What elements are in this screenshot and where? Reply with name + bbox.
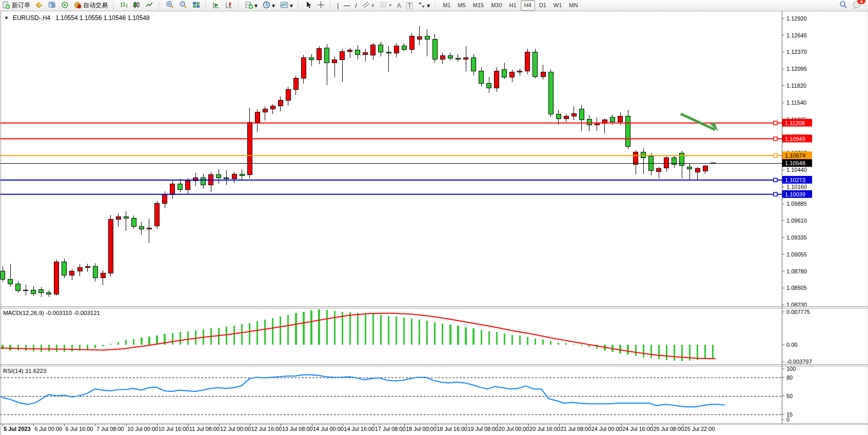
candle-body <box>163 195 167 204</box>
gold-icon <box>35 1 43 10</box>
text-icon: A <box>397 3 401 9</box>
timeframe-m30[interactable]: M30 <box>488 1 505 10</box>
channel-icon <box>362 1 370 10</box>
time-tick-label: 24 Jul 16:00 <box>622 426 653 432</box>
crosshair-icon <box>317 1 325 10</box>
candle-body <box>657 169 661 172</box>
timeframe-m5[interactable]: M5 <box>455 1 468 10</box>
notifications-button[interactable]: 1 <box>850 0 864 11</box>
search-icon <box>839 1 847 10</box>
macd-tick-label: -0.003797 <box>786 359 812 365</box>
toolbar-separator <box>298 1 301 10</box>
price-line-badge-label: 1.11208 <box>785 120 805 126</box>
time-tick-label: 18 Jul 00:00 <box>406 426 437 432</box>
toolbar-separator <box>330 1 333 10</box>
candlestick-chart-button[interactable] <box>130 0 143 11</box>
cursor-button[interactable] <box>303 0 314 11</box>
candle-body <box>147 228 151 229</box>
horizontal-line-icon: — <box>344 3 350 9</box>
search-button[interactable] <box>837 0 850 11</box>
zoom-out-icon <box>179 1 187 10</box>
candle-body <box>495 71 499 88</box>
timeframe-mn[interactable]: MN <box>566 1 581 10</box>
auto-scroll-button[interactable] <box>210 0 223 11</box>
chart-shift-button[interactable] <box>223 0 235 11</box>
templates-button[interactable]: ▾ <box>278 0 295 11</box>
auto-trading-button[interactable]: 自动交易 <box>71 0 110 11</box>
candle-body <box>432 39 437 59</box>
candle-body <box>85 266 90 267</box>
rsi-label: RSI(14) 31.6223 <box>3 368 46 374</box>
vertical-line-tool[interactable]: | <box>334 0 341 11</box>
timeframe-m15[interactable]: M15 <box>470 1 487 10</box>
timeframe-h4[interactable]: H4 <box>521 0 535 11</box>
candle-body <box>286 89 290 100</box>
candle-body <box>108 219 113 273</box>
price-tick-label: 1.12920 <box>786 15 807 22</box>
zoom-in-button[interactable] <box>163 0 176 11</box>
arrows-icon <box>418 1 425 10</box>
channel-tool[interactable]: E <box>360 0 377 11</box>
terminal-icon <box>48 1 56 10</box>
candle-body <box>402 46 406 50</box>
trendline-tool[interactable]: / <box>352 0 359 11</box>
indicators-button[interactable]: ▾ <box>243 0 260 11</box>
candle-body <box>139 227 144 229</box>
candle-body <box>448 56 452 58</box>
timeframe-h1[interactable]: H1 <box>506 1 520 10</box>
timeframe-m1[interactable]: M1 <box>440 1 453 10</box>
toolbar-separator <box>205 1 208 10</box>
candle-body <box>270 106 275 109</box>
candle-body <box>626 116 630 146</box>
arrows-tool[interactable]: ▾ <box>416 0 432 11</box>
candle-body <box>479 71 484 83</box>
candle-body <box>379 45 383 52</box>
new-order-button[interactable]: 新订单 <box>0 0 33 11</box>
template-icon <box>280 1 288 10</box>
tile-windows-icon <box>192 1 200 10</box>
chevron-down-icon: ▾ <box>254 3 258 9</box>
candle-body <box>618 116 623 122</box>
market-watch-button[interactable] <box>33 0 46 11</box>
timeframe-w1[interactable]: W1 <box>550 1 565 10</box>
candle-body <box>31 290 36 293</box>
bar-chart-button[interactable] <box>117 0 130 11</box>
candle-body <box>263 109 267 112</box>
candle-body <box>332 60 337 63</box>
terminal-button[interactable] <box>46 0 58 11</box>
price-tick-label: 1.12370 <box>786 49 807 55</box>
price-tick-label: 1.10440 <box>786 167 807 173</box>
tile-windows-button[interactable] <box>190 0 203 11</box>
zoom-out-button[interactable] <box>176 0 190 11</box>
candle-body <box>93 266 97 278</box>
chart-area[interactable]: ▼ EURUSD-,H4 1.10554 1.10556 1.10546 1.1… <box>0 11 868 435</box>
timeframe-d1[interactable]: D1 <box>536 1 549 10</box>
time-tick-label: 25 Jul 08:00 <box>653 426 684 432</box>
candle-body <box>417 37 422 39</box>
toolbar-separator <box>113 1 116 10</box>
time-tick-label: 6 Jul 16:00 <box>66 426 93 432</box>
rsi-tick-label: 80 <box>786 374 793 381</box>
candle-body <box>340 51 345 60</box>
candle-body <box>386 52 391 53</box>
text-tool[interactable]: A <box>394 0 404 11</box>
line-chart-button[interactable] <box>143 0 156 11</box>
text-label-tool[interactable]: T <box>404 0 416 11</box>
crosshair-button[interactable] <box>314 0 327 11</box>
fibo-label: F <box>389 3 392 8</box>
price-tick-label: 1.09335 <box>786 234 807 241</box>
clock-icon <box>263 1 270 10</box>
price-tick-label: 1.09610 <box>786 218 807 224</box>
price-tick-label: 1.09055 <box>786 251 807 258</box>
signals-button[interactable] <box>58 0 71 11</box>
fibonacci-tool[interactable]: F <box>377 0 394 11</box>
chevron-down-icon: ▾ <box>427 3 430 9</box>
time-tick-label: 17 Jul 08:00 <box>375 426 406 432</box>
toolbar-separator <box>238 1 241 10</box>
horizontal-line-tool[interactable]: — <box>341 0 352 11</box>
price-line-badge-label: 1.10949 <box>785 136 805 142</box>
time-tick-label: 13 Jul 08:00 <box>282 426 313 432</box>
macd-tick-label: 0.007775 <box>786 309 810 315</box>
candle-body <box>186 181 190 189</box>
periods-button[interactable]: ▾ <box>260 0 278 11</box>
